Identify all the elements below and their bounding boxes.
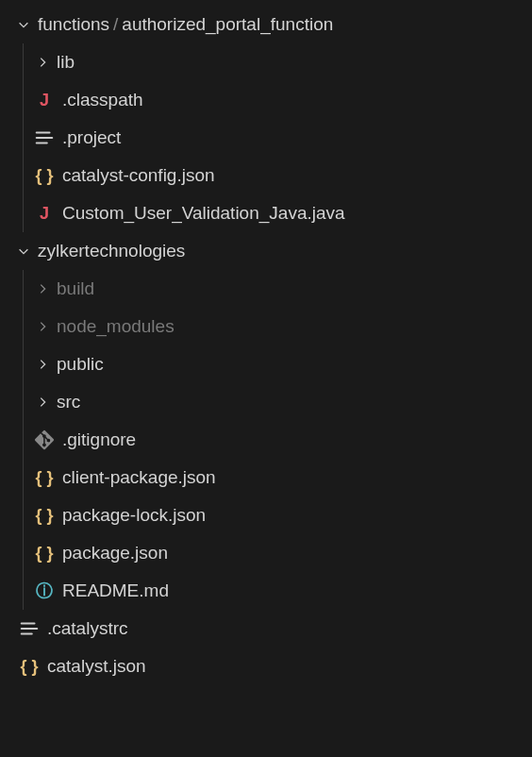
tree-item-label: README.md: [62, 580, 169, 601]
tree-file-package-lock[interactable]: { } package-lock.json: [23, 496, 532, 534]
folder-path-segment: authorized_portal_function: [122, 14, 333, 35]
folder-path-segment: functions: [38, 14, 109, 35]
tree-folder-build[interactable]: build: [23, 270, 532, 308]
tree-item-label: .catalystrc: [47, 618, 128, 639]
tree-folder-public[interactable]: public: [23, 345, 532, 383]
tree-folder-zylker[interactable]: zylkertechnologies: [0, 232, 532, 270]
json-icon: { }: [34, 467, 55, 488]
tree-folder-src[interactable]: src: [23, 383, 532, 421]
json-icon: { }: [34, 505, 55, 526]
tree-file-catalystrc[interactable]: .catalystrc: [0, 610, 532, 648]
java-icon: J: [34, 203, 55, 224]
tree-file-gitignore[interactable]: .gitignore: [23, 421, 532, 459]
chevron-right-icon: [34, 356, 51, 373]
tree-file-project[interactable]: .project: [23, 119, 532, 157]
path-separator: /: [113, 14, 118, 35]
json-icon: { }: [34, 543, 55, 564]
json-icon: { }: [34, 165, 55, 186]
tree-folder-functions[interactable]: functions / authorized_portal_function: [0, 6, 532, 43]
chevron-down-icon: [15, 16, 32, 33]
tree-file-client-package[interactable]: { } client-package.json: [23, 459, 532, 496]
tree-item-label: .project: [62, 127, 121, 148]
tree-item-label: .classpath: [62, 90, 143, 110]
tree-item-label: catalyst-config.json: [62, 165, 215, 186]
tree-file-catalyst-json[interactable]: { } catalyst.json: [0, 648, 532, 685]
tree-file-package-json[interactable]: { } package.json: [23, 534, 532, 572]
git-icon: [34, 429, 55, 450]
tree-item-label: catalyst.json: [47, 656, 146, 677]
tree-item-label: package.json: [62, 543, 168, 564]
tree-item-label: package-lock.json: [62, 505, 206, 526]
chevron-down-icon: [15, 243, 32, 260]
tree-file-custom-validation[interactable]: J Custom_User_Validation_Java.java: [23, 194, 532, 232]
info-icon: ⓘ: [34, 580, 55, 601]
chevron-right-icon: [34, 54, 51, 71]
tree-item-label: node_modules: [57, 316, 175, 337]
tree-folder-node-modules[interactable]: node_modules: [23, 308, 532, 345]
tree-file-readme[interactable]: ⓘ README.md: [23, 572, 532, 610]
tree-item-label: Custom_User_Validation_Java.java: [62, 203, 345, 224]
tree-folder-lib[interactable]: lib: [23, 43, 532, 81]
json-icon: { }: [19, 656, 40, 677]
tree-file-catalyst-config[interactable]: { } catalyst-config.json: [23, 157, 532, 194]
tree-item-label: public: [57, 354, 104, 375]
lines-icon: [19, 618, 40, 639]
tree-file-classpath[interactable]: J .classpath: [23, 81, 532, 119]
tree-item-label: src: [57, 392, 80, 412]
chevron-right-icon: [34, 318, 51, 335]
java-icon: J: [34, 90, 55, 110]
tree-item-label: client-package.json: [62, 467, 216, 488]
lines-icon: [34, 127, 55, 148]
tree-item-label: lib: [57, 52, 75, 73]
chevron-right-icon: [34, 280, 51, 297]
tree-item-label: build: [57, 278, 94, 299]
tree-item-label: .gitignore: [62, 429, 136, 450]
chevron-right-icon: [34, 394, 51, 411]
folder-label: zylkertechnologies: [38, 241, 185, 261]
